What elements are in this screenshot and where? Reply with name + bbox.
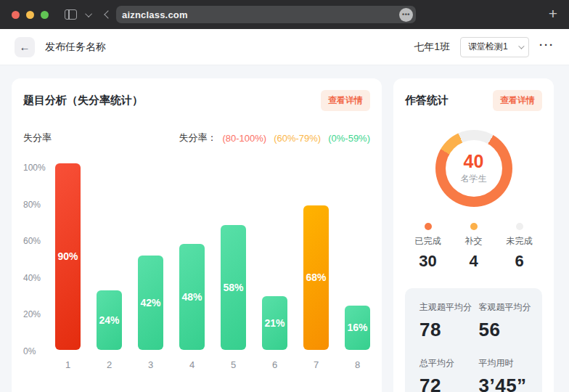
new-tab-button[interactable]: + [549,5,557,23]
address-bar[interactable]: aiznclass.com ••• [116,6,416,23]
answer-stats-card: 作答统计 查看详情 40 名学生 已完成30补交4未完成6 主观题平均分78客观… [393,78,554,392]
legend-label: 补交 [451,235,496,248]
bar: 48% [179,244,205,349]
answer-detail-button[interactable]: 查看详情 [493,90,542,111]
bar: 21% [262,296,287,350]
more-options-button[interactable]: ··· [539,38,554,55]
x-axis-label: 2 [107,350,112,370]
page-body: 题目分析（失分率统计） 查看详情 失分率 失分率： (80-100%)(60%-… [0,65,569,392]
bar-value-label: 58% [223,282,243,293]
bar-column: 58%5 [221,225,246,370]
loss-rate-bar-chart: 100%80%60%40%20%0% 90%124%242%348%458%52… [23,163,370,370]
back-button[interactable]: ← [15,37,35,57]
bar: 24% [97,290,122,350]
legend-dot-icon [470,223,478,230]
x-axis-label: 6 [272,350,277,370]
analysis-detail-button[interactable]: 查看详情 [321,90,370,111]
y-tick: 80% [23,200,55,209]
stat-label: 客观题平均分 [479,301,539,314]
bar-value-label: 16% [347,322,367,333]
zoom-window-icon[interactable] [41,11,49,19]
bar: 90% [55,163,81,350]
bar: 68% [303,205,329,349]
task-select-dropdown[interactable]: 课堂检测1 [460,37,529,57]
close-window-icon[interactable] [12,11,20,19]
stat-label: 平均用时 [479,357,539,369]
y-axis-title: 失分率 [23,131,52,144]
x-axis-label: 7 [314,350,319,370]
legend-range: (60%-79%) [274,133,321,144]
stat-cell: 总平均分72 [419,357,479,392]
bar: 58% [221,225,246,350]
bar-value-label: 42% [140,297,160,309]
bar-column: 24%2 [97,290,122,370]
legend-dot-icon [516,223,523,230]
legend-value: 4 [451,252,496,271]
y-tick: 40% [23,274,55,282]
stat-value: 72 [419,375,479,392]
legend-item: 未完成6 [496,223,542,271]
window-controls [12,11,49,19]
legend-range: (0%-59%) [328,133,370,144]
legend-label: 已完成 [405,235,451,248]
completion-legend: 已完成30补交4未完成6 [405,223,542,271]
page-more-icon[interactable]: ••• [399,8,413,22]
browser-chrome: aiznclass.com ••• + [0,0,569,29]
page-title: 发布任务名称 [45,41,106,54]
y-tick: 20% [23,310,55,319]
bar: 16% [345,306,370,349]
class-name-label: 七年1班 [414,41,450,54]
stat-label: 主观题平均分 [419,301,479,314]
bar-value-label: 21% [264,317,284,329]
legend-value: 30 [405,252,451,271]
student-total-label: 名学生 [461,173,487,185]
stat-cell: 平均用时3’45” [479,357,539,392]
minimize-window-icon[interactable] [26,11,34,19]
chevron-down-icon[interactable] [85,10,92,17]
back-chevron-icon[interactable] [104,10,112,18]
bar-column: 16%8 [345,306,370,369]
analysis-card-title: 题目分析（失分率统计） [23,94,143,107]
y-tick: 100% [23,163,55,172]
bar-value-label: 90% [57,250,78,262]
bar-value-label: 48% [181,291,202,303]
y-axis-ticks: 100%80%60%40%20%0% [23,163,55,356]
legend-item: 补交4 [451,223,496,271]
score-stats-box: 主观题平均分78客观题平均分56总平均分72平均用时3’45” [405,288,542,392]
x-axis-label: 1 [65,350,70,370]
loss-rate-legend: 失分率： (80-100%)(60%-79%)(0%-59%) [179,131,370,144]
legend-label: 未完成 [496,235,542,248]
bar-value-label: 68% [306,271,326,283]
legend-item: 已完成30 [405,223,451,271]
question-analysis-card: 题目分析（失分率统计） 查看详情 失分率 失分率： (80-100%)(60%-… [12,78,382,392]
bar-column: 21%6 [262,296,287,370]
answer-card-title: 作答统计 [405,94,449,107]
stat-label: 总平均分 [419,357,479,369]
bar-value-label: 24% [99,314,119,326]
chevron-down-icon [518,43,524,49]
legend-prefix: 失分率： [179,131,216,144]
student-total: 40 [464,152,484,171]
task-select-value: 课堂检测1 [468,41,508,53]
bars-area: 90%124%242%348%458%521%668%716%8 [55,163,370,370]
url-text: aiznclass.com [122,9,188,20]
bar-column: 68%7 [303,205,329,369]
sidebar-toggle-icon[interactable] [65,9,77,20]
stat-cell: 客观题平均分56 [479,301,539,341]
legend-dot-icon [425,223,432,230]
x-axis-label: 4 [189,350,195,370]
back-arrow-icon: ← [20,41,30,53]
legend-range: (80-100%) [222,133,266,144]
x-axis-label: 5 [231,350,236,370]
x-axis-label: 8 [355,350,360,370]
stat-value: 56 [479,319,539,341]
y-tick: 0% [23,347,55,356]
bar: 42% [138,256,163,349]
legend-value: 6 [496,252,542,271]
y-tick: 60% [23,237,55,245]
page-header: ← 发布任务名称 七年1班 课堂检测1 ··· [0,29,569,65]
stat-cell: 主观题平均分78 [419,301,479,341]
x-axis-label: 3 [148,350,153,370]
bar-column: 42%3 [138,256,163,369]
completion-donut-chart: 40 名学生 [435,130,512,207]
